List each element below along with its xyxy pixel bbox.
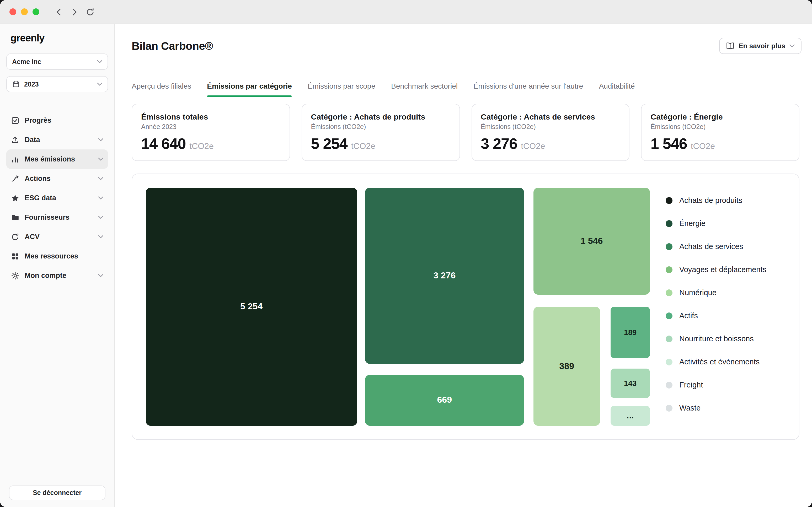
treemap-block[interactable]: 1 546 <box>534 188 650 295</box>
legend-dot <box>666 382 672 388</box>
sidebar-item-actions[interactable]: Actions <box>6 169 108 188</box>
legend-label: Numérique <box>679 288 716 297</box>
treemap-card: 5 254 3 276 669 1 546 389 189 143 … Acha… <box>132 174 799 440</box>
legend-dot <box>666 312 672 319</box>
sidebar-item-label: Actions <box>25 175 51 182</box>
main-content: Bilan Carbone® En savoir plus Aperçu des… <box>115 24 812 507</box>
page-title: Bilan Carbone® <box>132 40 213 52</box>
reload-icon[interactable] <box>86 7 95 16</box>
window-controls <box>9 8 39 15</box>
stat-card-title: Catégorie : Achats de services <box>481 112 620 121</box>
star-icon <box>11 194 19 202</box>
legend-label: Actifs <box>679 312 698 320</box>
sidebar-item-label: Mes ressources <box>25 252 78 260</box>
legend-item: Actifs <box>666 304 785 327</box>
learn-more-button[interactable]: En savoir plus <box>719 38 802 54</box>
legend-item: Achats de produits <box>666 189 785 212</box>
tab-emissions-annee-sur-annee[interactable]: Émissions d'une année sur l'autre <box>473 82 583 97</box>
treemap-block[interactable]: 5 254 <box>146 188 357 426</box>
chevron-down-icon <box>98 216 103 219</box>
tab-emissions-par-categorie[interactable]: Émissions par catégorie <box>207 82 292 97</box>
stat-card-unit: tCO2e <box>521 142 545 151</box>
tab-emissions-par-scope[interactable]: Émissions par scope <box>308 82 375 97</box>
sidebar-item-label: Data <box>25 136 40 144</box>
actions-arrow-icon <box>11 174 19 183</box>
sidebar-item-label: Mes émissions <box>25 155 75 163</box>
stat-card-title: Catégorie : Achats de produits <box>311 112 450 121</box>
page-header: Bilan Carbone® En savoir plus <box>115 24 812 68</box>
stat-card-subtitle: Émissions (tCO2e) <box>651 123 790 130</box>
legend-label: Waste <box>679 404 701 412</box>
bar-chart-icon <box>11 155 19 163</box>
sidebar-item-mes-ressources[interactable]: Mes ressources <box>6 246 108 266</box>
treemap-legend: Achats de produits Énergie Achats de ser… <box>650 188 785 426</box>
legend-label: Freight <box>679 381 703 389</box>
legend-item: Énergie <box>666 212 785 235</box>
greenly-logo: greenly <box>0 24 114 51</box>
stat-card-unit: tCO2e <box>351 142 376 151</box>
stat-card-emissions-totales: Émissions totales Année 2023 14 640 tCO2… <box>132 104 290 161</box>
stat-card-subtitle: Émissions (tCO2e) <box>481 123 620 130</box>
sidebar-item-acv[interactable]: ACV <box>6 227 108 246</box>
legend-dot <box>666 243 672 250</box>
tab-auditabilite[interactable]: Auditabilité <box>599 82 635 97</box>
sidebar-item-mon-compte[interactable]: Mon compte <box>6 266 108 285</box>
treemap-block[interactable]: 669 <box>365 375 524 426</box>
legend-item: Nourriture et boissons <box>666 327 785 350</box>
sidebar-item-esg-data[interactable]: ESG data <box>6 188 108 208</box>
legend-dot <box>666 335 672 342</box>
book-icon <box>726 42 735 50</box>
stat-card-subtitle: Année 2023 <box>141 123 281 130</box>
treemap-chart: 5 254 3 276 669 1 546 389 189 143 … <box>146 188 650 426</box>
chevron-down-icon <box>790 44 795 48</box>
legend-item: Numérique <box>666 281 785 304</box>
stat-card-title: Catégorie : Énergie <box>651 112 790 121</box>
stat-cards-row: Émissions totales Année 2023 14 640 tCO2… <box>115 97 812 161</box>
browser-window: greenly Acme inc 2023 <box>0 0 812 507</box>
browser-chrome <box>0 0 812 24</box>
tab-apercu-des-filiales[interactable]: Aperçu des filiales <box>132 82 191 97</box>
forward-icon[interactable] <box>70 7 79 16</box>
legend-item: Freight <box>666 373 785 396</box>
tab-benchmark-sectoriel[interactable]: Benchmark sectoriel <box>391 82 458 97</box>
sidebar-nav: Progrès Data Mes émissions <box>0 111 114 486</box>
treemap-block[interactable]: 189 <box>610 307 650 358</box>
treemap-block[interactable]: 389 <box>534 307 600 426</box>
tab-bar: Aperçu des filiales Émissions par catégo… <box>115 68 812 97</box>
progress-check-icon <box>11 116 19 124</box>
legend-dot <box>666 289 672 296</box>
chevron-down-icon <box>98 157 103 161</box>
chevron-down-icon <box>98 138 103 142</box>
legend-item: Achats de services <box>666 235 785 258</box>
stat-card-unit: tCO2e <box>190 142 214 151</box>
sidebar-item-data[interactable]: Data <box>6 130 108 150</box>
treemap-block[interactable]: 143 <box>610 368 650 398</box>
stat-card-title: Émissions totales <box>141 112 281 121</box>
lifecycle-icon <box>11 232 19 241</box>
minimize-button[interactable] <box>21 8 28 15</box>
chevron-down-icon <box>97 82 102 86</box>
chevron-down-icon <box>98 274 103 277</box>
legend-label: Achats de produits <box>679 196 742 205</box>
maximize-button[interactable] <box>33 8 39 15</box>
sidebar-item-label: ESG data <box>25 194 56 202</box>
sidebar-item-label: Progrès <box>25 116 51 124</box>
logout-button[interactable]: Se déconnecter <box>9 486 105 500</box>
legend-item: Activités et événements <box>666 350 785 373</box>
stat-card-value: 14 640 <box>141 135 186 153</box>
company-selector[interactable]: Acme inc <box>6 53 108 70</box>
sidebar-item-mes-emissions[interactable]: Mes émissions <box>6 150 108 169</box>
sidebar-item-fournisseurs[interactable]: Fournisseurs <box>6 208 108 227</box>
year-selector[interactable]: 2023 <box>6 76 108 92</box>
calendar-icon <box>12 80 20 88</box>
treemap-block[interactable]: 3 276 <box>365 188 524 363</box>
stat-card-achats-de-produits: Catégorie : Achats de produits Émissions… <box>302 104 460 161</box>
legend-dot <box>666 197 672 204</box>
company-selector-value: Acme inc <box>12 58 93 65</box>
treemap-block[interactable]: … <box>610 406 650 426</box>
sidebar-item-progres[interactable]: Progrès <box>6 111 108 130</box>
stat-card-unit: tCO2e <box>691 142 715 151</box>
legend-item: Voyages et déplacements <box>666 258 785 281</box>
close-button[interactable] <box>9 8 16 15</box>
back-icon[interactable] <box>54 7 63 16</box>
